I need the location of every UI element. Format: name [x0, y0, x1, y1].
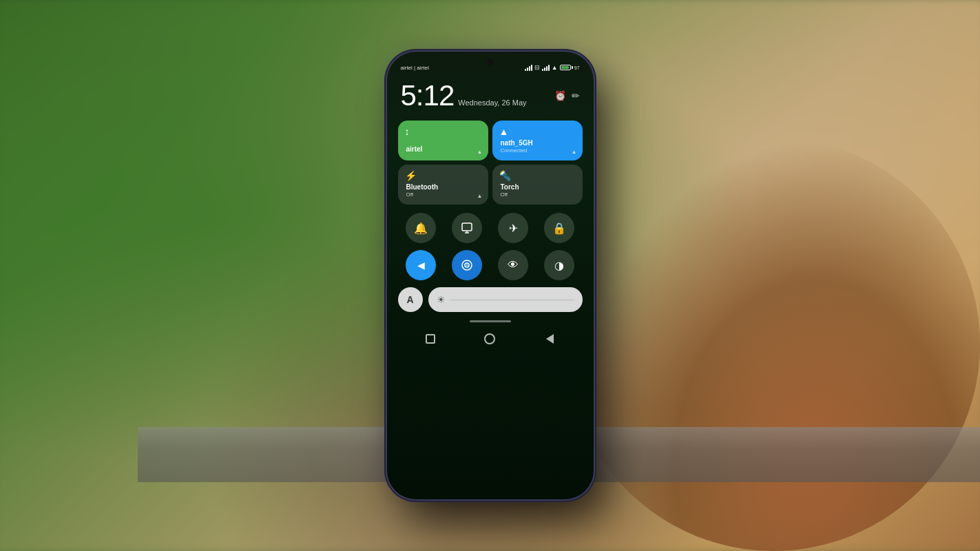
brightness-slider[interactable]: ☀: [428, 287, 583, 312]
clock-action-icons: ⏰ ✏: [554, 90, 580, 101]
home-indicator: [387, 316, 594, 328]
svg-point-5: [466, 264, 468, 266]
auto-brightness-label: A: [406, 294, 413, 305]
home-button[interactable]: [483, 332, 497, 346]
bluetooth-tile-label: Bluetooth: [406, 183, 480, 191]
wifi-tile[interactable]: ▲ nath_5GH Connected ▲: [492, 121, 583, 160]
wifi-icon: ▲: [552, 64, 558, 71]
torch-icon: 🔦: [499, 170, 511, 181]
bluetooth-tile-arrow: ▲: [477, 193, 483, 199]
wifi-tile-label: nath_5GH: [501, 139, 574, 147]
battery-indicator: 97: [560, 65, 580, 70]
clock-area: 5:12 Wednesday, 26 May ⏰ ✏: [387, 74, 594, 116]
auto-brightness-button[interactable]: A: [398, 287, 423, 312]
signal-icon-2: [542, 64, 550, 71]
clock-date: Wednesday, 26 May: [458, 98, 526, 107]
wifi-tile-icon: ▲: [499, 126, 509, 137]
screen: airtel | airtel ⊟ ▲: [387, 52, 594, 499]
back-button[interactable]: [543, 332, 556, 346]
torch-tile-sublabel: Off: [501, 191, 574, 198]
bluetooth-tile[interactable]: ⚡ Bluetooth Off ▲: [398, 165, 488, 205]
bluetooth-icon: ⚡: [405, 170, 417, 181]
brightness-row: A ☀: [387, 283, 594, 316]
brightness-track: [450, 299, 574, 301]
screen-record-icon: [461, 222, 472, 233]
mobile-data-icon: ↕: [405, 126, 410, 137]
nfc-icon: [461, 259, 473, 271]
eye-comfort-toggle[interactable]: 👁: [498, 250, 528, 280]
mobile-data-label: airtel: [406, 145, 480, 154]
tiles-row-1: ↕ airtel ▲ ▲ nath_5GH Connected ▲: [398, 121, 583, 160]
phone-device: airtel | airtel ⊟ ▲: [387, 52, 594, 499]
edit-icon[interactable]: ✏: [572, 90, 580, 101]
signal-icon: [525, 64, 532, 71]
recents-button[interactable]: [424, 332, 437, 346]
mobile-data-tile[interactable]: ↕ airtel ▲: [398, 121, 488, 160]
battery-percent: 97: [574, 65, 580, 70]
svg-rect-0: [462, 223, 472, 231]
carrier-text: airtel | airtel: [401, 65, 429, 71]
notification-toggle[interactable]: 🔔: [406, 213, 436, 243]
quick-icons-row2: ◀ 👁 ◑: [387, 247, 594, 283]
bluetooth-tile-sublabel: Off: [406, 191, 480, 198]
quick-icons-row1: 🔔 ✈ 🔒: [387, 209, 594, 247]
torch-tile-label: Torch: [501, 183, 574, 191]
location-toggle[interactable]: ◀: [406, 250, 436, 280]
clock-time: 5:12: [401, 79, 455, 112]
quick-settings-tiles: ↕ airtel ▲ ▲ nath_5GH Connected ▲: [387, 116, 594, 209]
brightness-sun-icon: ☀: [437, 294, 446, 305]
camera-notch: [487, 59, 494, 65]
invert-color-toggle[interactable]: ◑: [544, 250, 574, 280]
nfc-toggle[interactable]: [452, 250, 482, 280]
screen-record-toggle[interactable]: [452, 213, 482, 243]
navigation-bar: [387, 328, 594, 357]
home-bar: [470, 320, 511, 322]
torch-tile[interactable]: 🔦 Torch Off: [492, 165, 583, 205]
clock-section: 5:12 Wednesday, 26 May: [401, 79, 527, 112]
status-right: ⊟ ▲ 97: [525, 64, 580, 71]
mobile-data-arrow: ▲: [477, 149, 483, 155]
wifi-tile-sublabel: Connected: [501, 147, 574, 154]
airplane-mode-toggle[interactable]: ✈: [498, 213, 528, 243]
alarm-icon[interactable]: ⏰: [554, 90, 566, 101]
hand-area: [567, 138, 980, 551]
tiles-row-2: ⚡ Bluetooth Off ▲ 🔦 Torch Off: [398, 165, 583, 205]
wifi-tile-arrow: ▲: [572, 149, 577, 155]
lock-rotation-toggle[interactable]: 🔒: [544, 213, 574, 243]
phone-wrapper: airtel | airtel ⊟ ▲: [387, 52, 594, 499]
wifi-status-icon: ⊟: [534, 64, 540, 71]
